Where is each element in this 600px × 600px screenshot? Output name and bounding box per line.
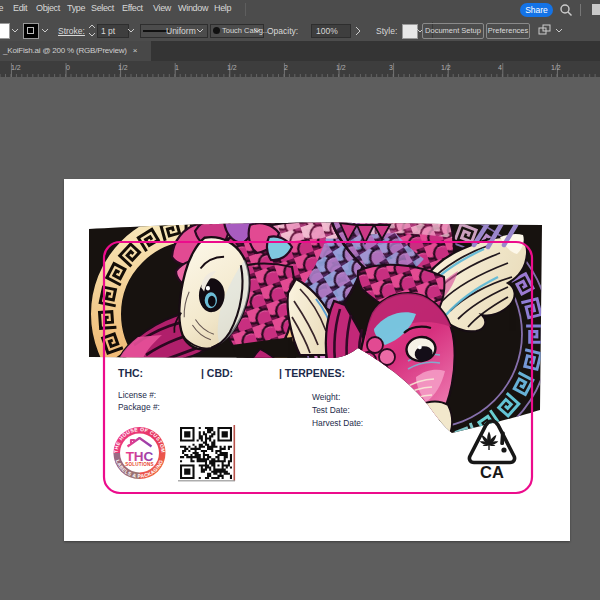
svg-text:| CBD:: | CBD: xyxy=(201,367,233,379)
svg-text:Weight:: Weight: xyxy=(312,392,340,402)
svg-text:THC:: THC: xyxy=(118,367,143,379)
svg-text:License #:: License #: xyxy=(118,390,156,400)
svg-text:Harvest Date:: Harvest Date: xyxy=(312,418,363,428)
svg-text:Package #:: Package #: xyxy=(118,402,160,412)
svg-text:CA: CA xyxy=(480,463,504,481)
svg-text:SOLUTIONS: SOLUTIONS xyxy=(125,462,154,467)
svg-text:Test Date:: Test Date: xyxy=(312,405,350,415)
svg-text:| TERPENES:: | TERPENES: xyxy=(279,367,345,379)
